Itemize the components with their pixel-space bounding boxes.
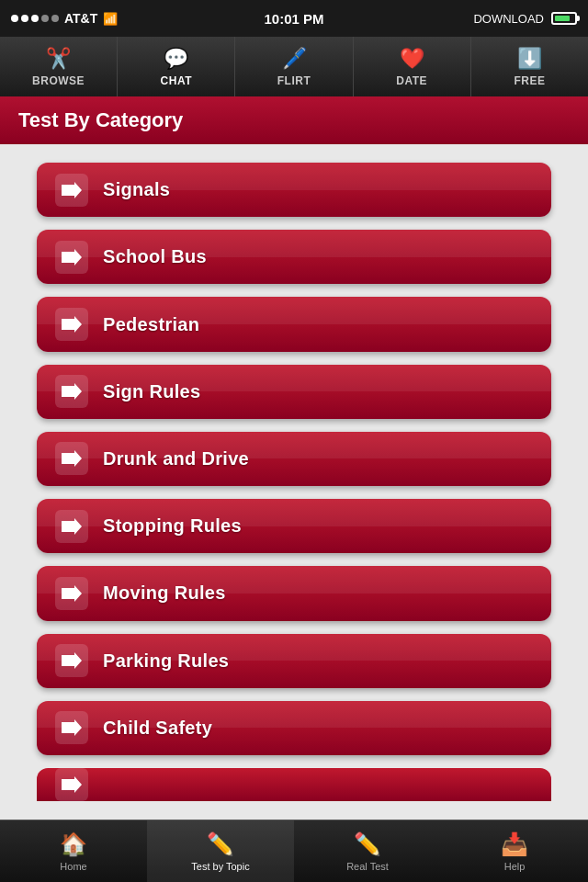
- arrow-icon: [55, 768, 88, 801]
- arrow-icon: [55, 711, 88, 744]
- tab-home-label: Home: [60, 861, 86, 872]
- tab-help[interactable]: 📥 Help: [441, 820, 588, 882]
- arrow-icon: [55, 241, 88, 274]
- arrow-shape: [62, 585, 82, 602]
- arrow-icon: [55, 174, 88, 207]
- free-icon: ⬇️: [517, 47, 542, 71]
- arrow-shape: [62, 383, 82, 400]
- tab-help-label: Help: [504, 861, 526, 872]
- category-signals[interactable]: Signals: [37, 163, 551, 217]
- tab-test-by-topic[interactable]: ✏️ Test by Topic: [147, 820, 294, 882]
- category-moving-rules[interactable]: Moving Rules: [37, 566, 551, 620]
- browse-label: BROWSE: [32, 74, 85, 87]
- tab-real-test[interactable]: ✏️ Real Test: [294, 820, 441, 882]
- real-test-icon: ✏️: [354, 831, 381, 857]
- tab-test-topic-label: Test by Topic: [191, 861, 249, 872]
- flirt-label: FLIRT: [277, 74, 311, 87]
- child-safety-label: Child Safety: [103, 718, 212, 739]
- date-icon: ❤️: [400, 47, 424, 71]
- category-pedestrian[interactable]: Pedestrian: [37, 297, 551, 351]
- battery-fill: [555, 16, 570, 21]
- status-left: AT&T 📶: [11, 11, 118, 26]
- free-label: FREE: [514, 74, 545, 87]
- moving-rules-label: Moving Rules: [103, 582, 226, 604]
- arrow-icon: [55, 577, 88, 610]
- nav-browse[interactable]: ✂️ BROWSE: [0, 37, 118, 96]
- arrow-icon: [55, 375, 88, 408]
- time-display: 10:01 PM: [264, 11, 323, 27]
- school-bus-label: School Bus: [103, 246, 207, 267]
- tab-home[interactable]: 🏠 Home: [0, 820, 147, 882]
- page-title: Test By Category: [18, 108, 183, 132]
- tab-real-test-label: Real Test: [346, 861, 389, 872]
- home-icon: 🏠: [60, 831, 87, 857]
- status-right: DOWNLOAD: [473, 12, 577, 26]
- carrier-label: AT&T: [64, 11, 97, 26]
- arrow-shape: [62, 182, 82, 198]
- arrow-shape: [62, 518, 82, 535]
- arrow-shape: [62, 719, 82, 736]
- arrow-icon: [55, 510, 88, 543]
- download-label: DOWNLOAD: [473, 12, 544, 26]
- pedestrian-label: Pedestrian: [103, 314, 199, 335]
- test-topic-icon: ✏️: [207, 831, 234, 857]
- category-child-safety[interactable]: Child Safety: [37, 701, 551, 755]
- arrow-shape: [62, 652, 82, 669]
- flirt-icon: 🖊️: [282, 47, 307, 71]
- help-icon: 📥: [501, 831, 528, 857]
- nav-free[interactable]: ⬇️ FREE: [471, 37, 588, 96]
- category-parking-rules[interactable]: Parking Rules: [37, 634, 551, 688]
- stopping-rules-label: Stopping Rules: [103, 515, 242, 537]
- category-extra-rules-partial[interactable]: [37, 768, 551, 801]
- signal-dots: [11, 15, 59, 22]
- category-stopping-rules[interactable]: Stopping Rules: [37, 499, 551, 553]
- top-navigation: ✂️ BROWSE 💬 CHAT 🖊️ FLIRT ❤️ DATE ⬇️ FRE…: [0, 37, 588, 96]
- arrow-icon: [55, 308, 88, 341]
- nav-chat[interactable]: 💬 CHAT: [118, 37, 235, 96]
- arrow-shape: [62, 249, 82, 266]
- category-sign-rules[interactable]: Sign Rules: [37, 365, 551, 419]
- chat-label: CHAT: [161, 74, 192, 87]
- nav-date[interactable]: ❤️ DATE: [354, 37, 471, 96]
- nav-flirt[interactable]: 🖊️ FLIRT: [235, 37, 353, 96]
- drunk-drive-label: Drunk and Drive: [103, 448, 249, 469]
- status-bar: AT&T 📶 10:01 PM DOWNLOAD: [0, 0, 588, 37]
- tab-bar: 🏠 Home ✏️ Test by Topic ✏️ Real Test 📥 H…: [0, 820, 588, 882]
- arrow-icon: [55, 442, 88, 475]
- category-list: Signals School Bus Pedestrian Sign Rules: [0, 144, 588, 820]
- chat-icon: 💬: [164, 47, 188, 71]
- sign-rules-label: Sign Rules: [103, 381, 200, 402]
- signals-label: Signals: [103, 179, 170, 200]
- category-school-bus[interactable]: School Bus: [37, 230, 551, 284]
- arrow-shape: [62, 776, 82, 793]
- arrow-icon: [55, 644, 88, 677]
- page-header: Test By Category: [0, 96, 588, 144]
- parking-rules-label: Parking Rules: [103, 650, 229, 672]
- browse-icon: ✂️: [46, 47, 71, 71]
- battery-indicator: [551, 12, 577, 25]
- arrow-shape: [62, 450, 82, 467]
- category-drunk-drive[interactable]: Drunk and Drive: [37, 432, 551, 486]
- arrow-shape: [62, 316, 82, 333]
- date-label: DATE: [396, 74, 427, 87]
- wifi-icon: 📶: [103, 12, 118, 26]
